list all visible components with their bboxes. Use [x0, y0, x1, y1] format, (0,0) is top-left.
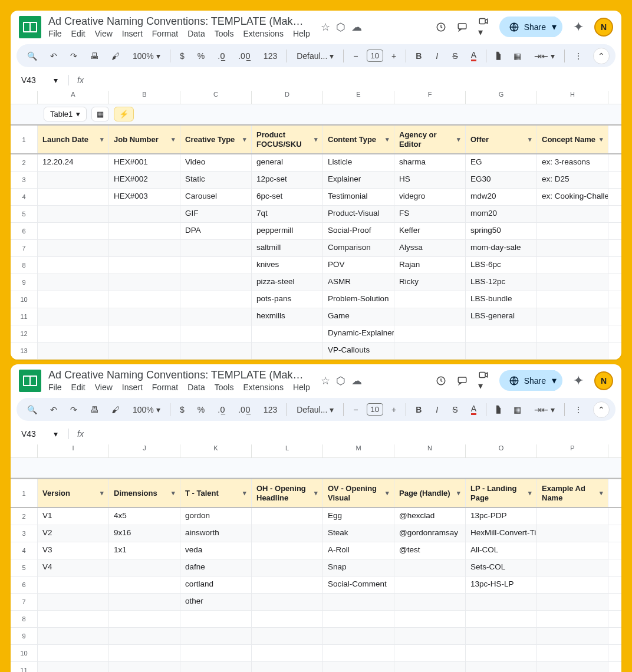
cell[interactable]: Steak	[323, 525, 394, 542]
cell[interactable]	[180, 274, 252, 291]
cell[interactable]: pots-pans	[252, 291, 323, 308]
percent-icon[interactable]: %	[193, 401, 209, 418]
cell[interactable]: Testimonial	[323, 189, 394, 205]
print-icon[interactable]: 🖶	[85, 48, 103, 64]
currency-icon[interactable]: $	[175, 401, 189, 418]
table-header-cell[interactable]: Example Ad Name▾	[537, 479, 608, 507]
fill-color-icon[interactable]: 🭌	[491, 48, 505, 64]
borders-icon[interactable]: ▦	[509, 48, 526, 64]
chevron-down-icon[interactable]: ▾	[314, 136, 318, 143]
cell[interactable]	[180, 325, 252, 342]
cell[interactable]	[252, 525, 323, 542]
cell[interactable]: 13pc-PDP	[466, 508, 537, 525]
move-icon[interactable]: ⬡	[336, 374, 345, 387]
bold-icon[interactable]: B	[411, 48, 426, 64]
fill-color-icon[interactable]: 🭌	[491, 401, 505, 418]
cell[interactable]: Keffer	[394, 223, 466, 239]
cell[interactable]	[180, 662, 252, 672]
cell[interactable]: ex: 3-reasons	[537, 154, 608, 171]
font-dec-icon[interactable]: −	[348, 48, 363, 64]
cell[interactable]: Rajan	[394, 257, 466, 274]
chevron-down-icon[interactable]: ▾	[457, 136, 460, 143]
column-header[interactable]: E	[323, 91, 394, 104]
table-header-cell[interactable]: Job Number▾	[109, 126, 180, 153]
row-number[interactable]: 6	[11, 223, 38, 239]
cell[interactable]	[109, 206, 180, 222]
table-header-cell[interactable]: Dimensions▾	[109, 479, 180, 507]
cell[interactable]	[109, 594, 180, 610]
cell[interactable]	[323, 662, 394, 672]
cell[interactable]: HEX#001	[109, 154, 180, 171]
menu-data[interactable]: Data	[187, 383, 205, 392]
cell[interactable]: 12.20.24	[38, 154, 109, 171]
column-header[interactable]: L	[252, 444, 323, 457]
chevron-down-icon[interactable]: ▾	[600, 489, 603, 497]
cell[interactable]	[537, 257, 608, 274]
cell[interactable]: LBS-bundle	[466, 291, 537, 308]
cell[interactable]	[109, 628, 180, 644]
chevron-down-icon[interactable]: ▾	[600, 136, 603, 143]
print-icon[interactable]: 🖶	[85, 401, 103, 418]
column-header[interactable]: N	[394, 444, 466, 457]
cell[interactable]	[537, 628, 608, 644]
chevron-down-icon[interactable]: ▾	[528, 489, 532, 497]
row-number[interactable]: 2	[11, 154, 38, 171]
menu-file[interactable]: File	[48, 29, 62, 38]
cell[interactable]: LBS-12pc	[466, 274, 537, 291]
cell[interactable]	[38, 662, 109, 672]
cell[interactable]	[537, 206, 608, 222]
chevron-down-icon[interactable]: ▾	[172, 136, 175, 143]
row-number[interactable]: 7	[11, 240, 38, 256]
cell[interactable]	[180, 342, 252, 359]
font-inc-icon[interactable]: +	[387, 48, 401, 64]
menu-edit[interactable]: Edit	[71, 383, 85, 392]
cell[interactable]: 13pc-HS-LP	[466, 577, 537, 593]
cell[interactable]	[394, 628, 466, 644]
cell[interactable]	[180, 240, 252, 256]
cell[interactable]	[323, 594, 394, 610]
history-icon[interactable]	[436, 375, 446, 386]
cell[interactable]	[394, 291, 466, 308]
gemini-icon[interactable]: ✦	[573, 19, 584, 35]
cell[interactable]	[323, 611, 394, 627]
cloud-icon[interactable]: ☁	[351, 21, 362, 34]
cell[interactable]: mom-day-sale	[466, 240, 537, 256]
table-chip[interactable]: Table1 ▾	[44, 107, 87, 121]
cell[interactable]: V1	[38, 508, 109, 525]
cell[interactable]	[537, 508, 608, 525]
cell[interactable]	[537, 594, 608, 610]
document-title[interactable]: Ad Creative Naming Conventions: TEMPLATE…	[48, 15, 308, 28]
cell[interactable]	[109, 257, 180, 274]
cell[interactable]: EG30	[466, 172, 537, 188]
dec-increase-icon[interactable]: .00̲	[233, 401, 255, 418]
cell[interactable]: saltmill	[252, 240, 323, 256]
cell[interactable]	[537, 291, 608, 308]
dec-increase-icon[interactable]: .00̲	[233, 48, 255, 64]
cell[interactable]: veda	[180, 542, 252, 559]
table-header-cell[interactable]: Product FOCUS/SKU▾	[252, 126, 323, 153]
cell[interactable]	[394, 594, 466, 610]
table-header-cell[interactable]: Page (Handle)▾	[394, 479, 466, 507]
cell[interactable]	[466, 594, 537, 610]
cell[interactable]	[252, 628, 323, 644]
bold-icon[interactable]: B	[411, 401, 426, 418]
cell[interactable]	[466, 342, 537, 359]
row-number[interactable]: 10	[11, 291, 38, 308]
row-number[interactable]: 2	[11, 508, 38, 525]
font-size-input[interactable]: 10	[367, 403, 383, 416]
menu-help[interactable]: Help	[293, 383, 310, 392]
column-header[interactable]: K	[180, 444, 252, 457]
cell[interactable]: Comparison	[323, 240, 394, 256]
cell[interactable]	[180, 308, 252, 325]
collapse-toolbar-icon[interactable]: ⌃	[593, 401, 610, 418]
history-icon[interactable]	[436, 22, 446, 32]
collapse-toolbar-icon[interactable]: ⌃	[593, 48, 610, 64]
cell[interactable]: sharma	[394, 154, 466, 171]
share-dropdown[interactable]: ▾	[546, 370, 562, 391]
sheets-logo-icon[interactable]	[19, 16, 41, 38]
row-number[interactable]: 5	[11, 206, 38, 222]
cell[interactable]: LBS-6pc	[466, 257, 537, 274]
table-header-cell[interactable]: Creative Type▾	[180, 126, 252, 153]
row-number[interactable]: 8	[11, 257, 38, 274]
column-header[interactable]: G	[466, 91, 537, 104]
